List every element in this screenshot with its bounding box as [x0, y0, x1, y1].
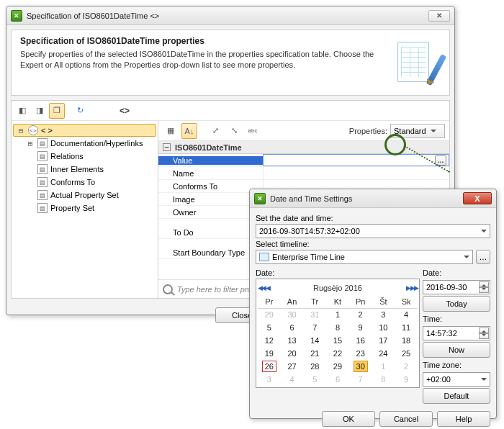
- spin-up-icon[interactable]: [479, 281, 489, 287]
- calendar-day[interactable]: 30: [281, 308, 304, 321]
- calendar-day[interactable]: 18: [395, 334, 418, 347]
- calendar-day[interactable]: 7: [349, 373, 372, 386]
- ellipsis-button[interactable]: …: [435, 155, 446, 166]
- dt-close-button[interactable]: X: [463, 192, 492, 204]
- calendar-day[interactable]: 29: [258, 308, 281, 321]
- copy-icon[interactable]: ❐: [49, 103, 65, 119]
- close-window-button[interactable]: ✕: [428, 10, 450, 22]
- calendar-day[interactable]: 22: [326, 347, 349, 360]
- refresh-icon[interactable]: ↻: [72, 103, 88, 119]
- calendar-day[interactable]: 14: [303, 334, 326, 347]
- calendar-day[interactable]: 11: [395, 321, 418, 334]
- expand-icon[interactable]: ⤢: [207, 123, 223, 139]
- calendar-day[interactable]: 20: [281, 347, 304, 360]
- date-input[interactable]: 2016-09-30: [423, 280, 490, 294]
- cancel-button[interactable]: Cancel: [379, 411, 433, 427]
- calendar-day[interactable]: 25: [395, 347, 418, 360]
- calendar-day[interactable]: 19: [258, 347, 281, 360]
- spin-up-icon[interactable]: [479, 328, 489, 333]
- property-value[interactable]: [263, 167, 449, 179]
- tree-item[interactable]: ⊞▤Documentation/Hyperlinks: [13, 137, 156, 150]
- cal-prev-buttons[interactable]: ◀◀ ◀: [258, 284, 269, 292]
- history-back-icon[interactable]: ◧: [14, 103, 30, 119]
- calendar-day[interactable]: 21: [303, 347, 326, 360]
- cal-next-buttons[interactable]: ▶ ▶▶: [406, 284, 418, 292]
- sort-icon[interactable]: A↓: [181, 123, 197, 139]
- calendar-day[interactable]: 26: [258, 360, 281, 373]
- properties-label: Properties:: [349, 127, 387, 135]
- calendar-day[interactable]: 4: [395, 308, 418, 321]
- dow-header: Št: [372, 295, 395, 308]
- now-button[interactable]: Now: [423, 342, 490, 358]
- calendar-day[interactable]: 5: [258, 321, 281, 334]
- calendar-day[interactable]: 27: [281, 360, 304, 373]
- calendar-day[interactable]: 3: [372, 308, 395, 321]
- calendar-day[interactable]: 17: [372, 334, 395, 347]
- calendar-day[interactable]: 2: [395, 360, 418, 373]
- tree-root[interactable]: ⊟ <> < >: [13, 124, 156, 137]
- window-title: Specification of ISO8601DateTime <>: [27, 12, 424, 20]
- spin-down-icon[interactable]: [479, 287, 489, 293]
- calendar-day[interactable]: 31: [303, 308, 326, 321]
- calendar-day[interactable]: 6: [326, 373, 349, 386]
- calendar-day[interactable]: 30: [349, 360, 372, 373]
- dow-header: An: [281, 295, 304, 308]
- history-fwd-icon[interactable]: ◨: [32, 103, 48, 119]
- categorize-icon[interactable]: ▦: [163, 123, 179, 139]
- collapse-icon[interactable]: ⤡: [226, 123, 242, 139]
- calendar-day[interactable]: 29: [326, 360, 349, 373]
- element-tree[interactable]: ⊟ <> < > ⊞▤Documentation/Hyperlinks▤Rela…: [12, 121, 158, 298]
- grid-group-header[interactable]: − ISO8601DateTime: [158, 141, 449, 154]
- calendar-day[interactable]: 1: [372, 360, 395, 373]
- calendar-day[interactable]: 4: [281, 373, 304, 386]
- timeline-browse-button[interactable]: …: [476, 250, 490, 264]
- header-panel: Specification of ISO8601DateTime propert…: [11, 30, 450, 96]
- calendar-day[interactable]: 9: [395, 373, 418, 386]
- calendar-day[interactable]: 12: [258, 334, 281, 347]
- tree-item[interactable]: ▤Inner Elements: [13, 163, 156, 176]
- set-datetime-label: Set the date and time:: [256, 214, 490, 222]
- calendar-day[interactable]: 7: [303, 321, 326, 334]
- datetime-field[interactable]: 2016-09-30T14:57:32+02:00: [256, 224, 490, 238]
- calendar-day[interactable]: 16: [349, 334, 372, 347]
- properties-select[interactable]: Standard: [390, 124, 445, 138]
- calendar-day[interactable]: 23: [349, 347, 372, 360]
- property-value[interactable]: …: [263, 154, 449, 166]
- today-button[interactable]: Today: [423, 296, 490, 312]
- calendar-day[interactable]: 6: [281, 321, 304, 334]
- calendar-day[interactable]: 13: [281, 334, 304, 347]
- tree-item[interactable]: ▤Relations: [13, 150, 156, 163]
- calendar-day[interactable]: 10: [372, 321, 395, 334]
- calendar-day[interactable]: 9: [349, 321, 372, 334]
- ok-button[interactable]: OK: [322, 411, 375, 427]
- default-button[interactable]: Default: [423, 388, 490, 404]
- calendar-day[interactable]: 28: [303, 360, 326, 373]
- calendar-day[interactable]: 8: [326, 321, 349, 334]
- dt-titlebar[interactable]: ✕ Date and Time Settings X: [250, 189, 496, 208]
- calendar-day[interactable]: 8: [372, 373, 395, 386]
- spin-down-icon[interactable]: [479, 333, 489, 339]
- time-input[interactable]: 14:57:32: [423, 326, 490, 340]
- titlebar[interactable]: ✕ Specification of ISO8601DateTime <> ✕: [6, 6, 454, 25]
- calendar-day[interactable]: 1: [326, 308, 349, 321]
- property-row[interactable]: Value…: [158, 154, 449, 167]
- calendar-day[interactable]: 24: [372, 347, 395, 360]
- calendar-day[interactable]: 3: [258, 373, 281, 386]
- property-row[interactable]: Name: [158, 167, 449, 180]
- abc-icon[interactable]: abc: [245, 123, 261, 139]
- calendar-day[interactable]: 5: [303, 373, 326, 386]
- tree-item[interactable]: ▤Conforms To: [13, 176, 156, 189]
- timeline-field[interactable]: Enterprise Time Line: [256, 250, 473, 264]
- chevron-down-icon: [431, 130, 436, 135]
- calendar[interactable]: ◀◀ ◀ Rugsėjo 2016 ▶ ▶▶ PrAnTrKtPnŠtSk 29…: [256, 279, 420, 388]
- calendar-day[interactable]: 15: [326, 334, 349, 347]
- angle-node-icon: <>: [28, 125, 38, 135]
- tree-item[interactable]: ▤Actual Property Set: [13, 189, 156, 202]
- calendar-day[interactable]: 2: [349, 308, 372, 321]
- collapse-group-icon[interactable]: −: [163, 143, 171, 151]
- calendar-grid[interactable]: PrAnTrKtPnŠtSk 2930311234567891011121314…: [258, 295, 418, 386]
- dt-help-button[interactable]: Help: [437, 411, 490, 427]
- tree-item[interactable]: ▤Property Set: [13, 202, 156, 214]
- tz-select[interactable]: +02:00: [423, 372, 490, 387]
- page-icon: ▤: [37, 151, 48, 161]
